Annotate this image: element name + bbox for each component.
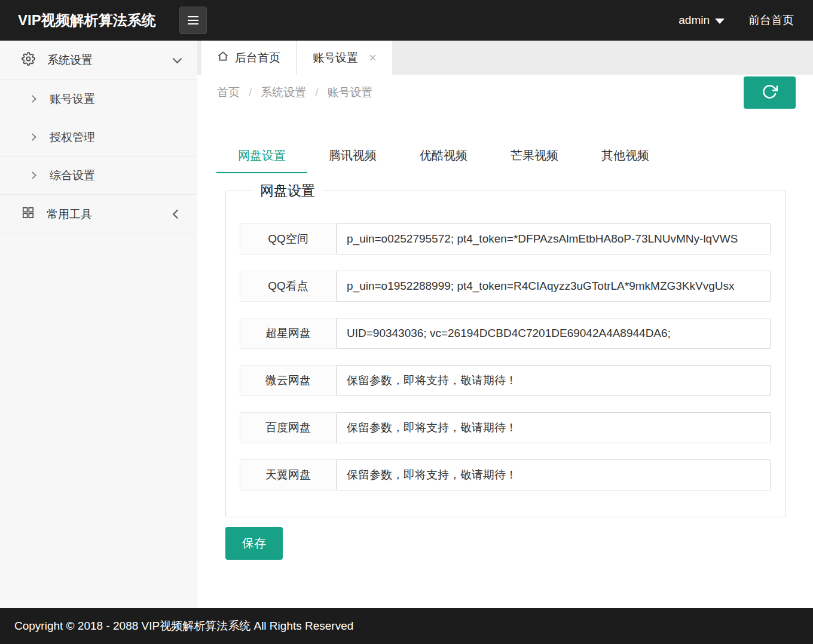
tab-youku-video[interactable]: 优酷视频 <box>398 139 489 173</box>
breadcrumb: 首页 / 系统设置 / 账号设置 <box>217 85 382 100</box>
chevron-right-icon <box>29 171 36 179</box>
tab-other-video[interactable]: 其他视频 <box>580 139 671 173</box>
grid-icon <box>22 206 35 222</box>
field-label: QQ看点 <box>240 271 337 302</box>
username: admin <box>678 14 710 27</box>
netdisk-settings-fieldset: 网盘设置 QQ空间 QQ看点 超星网盘 微云网盘 <box>225 182 786 517</box>
breadcrumb-separator: / <box>249 86 252 99</box>
app-window: VIP视频解析算法系统 admin 前台首页 系统设置 <box>0 0 813 644</box>
chevron-down-icon <box>173 54 182 63</box>
sidebar-group-label: 系统设置 <box>47 53 93 68</box>
user-dropdown[interactable]: admin <box>678 14 725 27</box>
caret-down-icon <box>715 19 725 24</box>
field-label: 微云网盘 <box>240 365 337 396</box>
sidebar-item-account-settings[interactable]: 账号设置 <box>0 80 197 118</box>
chaoxing-netdisk-input[interactable] <box>337 318 771 349</box>
copyright-text: Copyright © 2018 - 2088 VIP视频解析算法系统 All … <box>14 618 353 634</box>
fieldset-legend: 网盘设置 <box>253 182 322 200</box>
body-row: 系统设置 账号设置 授权管理 综合设置 <box>0 41 813 608</box>
form-row-chaoxing: 超星网盘 <box>240 318 771 349</box>
form-row-qq-kandian: QQ看点 <box>240 271 771 302</box>
app-title: VIP视频解析算法系统 <box>0 11 179 30</box>
sidebar-group-system-settings[interactable]: 系统设置 <box>0 41 197 80</box>
tab-netdisk-settings[interactable]: 网盘设置 <box>216 139 307 173</box>
baidu-netdisk-input[interactable] <box>337 412 771 443</box>
tab-account-settings[interactable]: 账号设置 × <box>297 41 392 75</box>
tab-backend-home[interactable]: 后台首页 <box>201 41 296 75</box>
breadcrumb-separator: / <box>315 86 318 99</box>
form-row-baidu: 百度网盘 <box>240 412 771 443</box>
tab-label: 账号设置 <box>313 50 358 66</box>
sidebar: 系统设置 账号设置 授权管理 综合设置 <box>0 41 197 608</box>
tab-label: 后台首页 <box>235 50 280 66</box>
breadcrumb-current: 账号设置 <box>328 85 373 100</box>
sidebar-group-common-tools[interactable]: 常用工具 <box>0 195 197 234</box>
gear-icon <box>22 52 35 69</box>
top-header: VIP视频解析算法系统 admin 前台首页 <box>0 0 813 41</box>
close-icon[interactable]: × <box>369 51 377 65</box>
sidebar-item-label: 授权管理 <box>50 130 95 145</box>
settings-tabs: 网盘设置 腾讯视频 优酷视频 芒果视频 其他视频 <box>216 139 813 173</box>
header-right: admin 前台首页 <box>678 13 813 28</box>
breadcrumb-home[interactable]: 首页 <box>217 85 240 100</box>
main-area: 后台首页 账号设置 × 首页 / 系统设置 / 账号设置 <box>197 41 813 608</box>
sidebar-item-authorization[interactable]: 授权管理 <box>0 118 197 157</box>
sidebar-item-label: 账号设置 <box>50 91 95 107</box>
chevron-right-icon <box>29 95 36 103</box>
field-label: 天翼网盘 <box>240 459 337 490</box>
tab-mango-video[interactable]: 芒果视频 <box>489 139 580 173</box>
qq-kandian-input[interactable] <box>337 271 771 302</box>
refresh-icon <box>762 84 778 102</box>
form-row-tianyi: 天翼网盘 <box>240 459 771 490</box>
home-icon <box>217 50 229 65</box>
sidebar-toggle-button[interactable] <box>179 7 207 34</box>
sidebar-item-general-settings[interactable]: 综合设置 <box>0 157 197 195</box>
tianyi-netdisk-input[interactable] <box>337 459 771 490</box>
weiyun-netdisk-input[interactable] <box>337 365 771 396</box>
breadcrumb-system-settings[interactable]: 系统设置 <box>261 85 306 100</box>
tab-tencent-video[interactable]: 腾讯视频 <box>307 139 398 173</box>
content-panel: 网盘设置 腾讯视频 优酷视频 芒果视频 其他视频 网盘设置 QQ空间 QQ看点 <box>197 111 813 608</box>
qq-space-input[interactable] <box>337 223 771 254</box>
chevron-right-icon <box>29 133 36 141</box>
chevron-left-icon <box>173 210 182 219</box>
front-home-link[interactable]: 前台首页 <box>748 13 794 28</box>
sidebar-group-label: 常用工具 <box>47 207 92 222</box>
field-label: QQ空间 <box>240 223 337 254</box>
field-label: 百度网盘 <box>240 412 337 443</box>
refresh-button[interactable] <box>744 76 796 109</box>
footer: Copyright © 2018 - 2088 VIP视频解析算法系统 All … <box>0 608 813 644</box>
sidebar-item-label: 综合设置 <box>50 168 95 183</box>
form-row-weiyun: 微云网盘 <box>240 365 771 396</box>
form-row-qq-space: QQ空间 <box>240 223 771 254</box>
hamburger-icon <box>188 20 198 21</box>
window-tabs-bar: 后台首页 账号设置 × <box>197 41 813 75</box>
field-label: 超星网盘 <box>240 318 337 349</box>
save-button[interactable]: 保存 <box>225 527 283 560</box>
breadcrumb-row: 首页 / 系统设置 / 账号设置 <box>197 75 813 111</box>
